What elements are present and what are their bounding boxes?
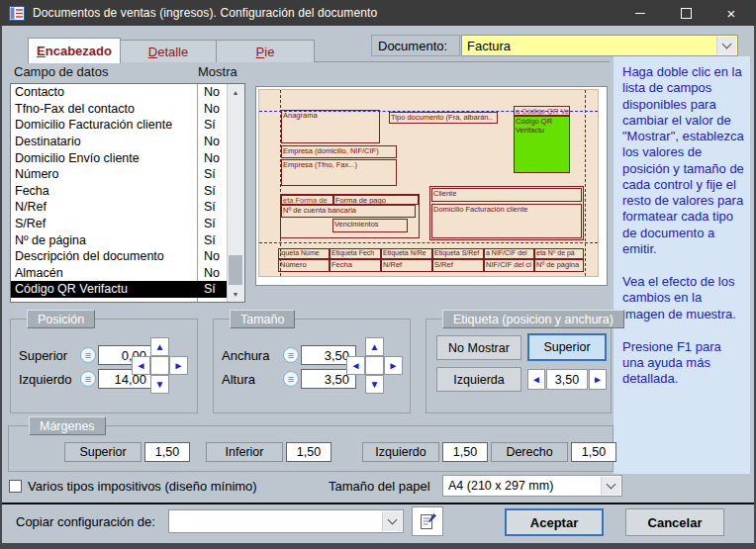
tab-detalle-label: Detalle [148, 45, 188, 59]
preview-etiqueta-cell[interactable]: Etiqueta N/Re [381, 248, 432, 259]
list-item[interactable]: Nº de páginaSí [11, 231, 244, 248]
width-increase-icon[interactable]: ► [589, 369, 607, 390]
column-header-campo: Campo de datos [14, 64, 108, 79]
copiar-configuracion-combobox[interactable] [168, 509, 404, 533]
preview-empresa-tfno[interactable]: Empresa (Tfno, Fax...) [281, 159, 397, 186]
arrow-up-icon[interactable]: ▲ [365, 337, 384, 356]
list-item[interactable]: Domicilio Facturación clienteSí [11, 117, 244, 134]
etiqueta-width-value[interactable]: 3,50 [546, 369, 588, 390]
altura-label: Altura [222, 372, 283, 387]
preview-etiqueta-cell[interactable]: eta Nº de pá [534, 248, 584, 259]
preview-cuenta-bancaria[interactable]: Nº de cuenta bancaria [281, 205, 416, 218]
list-item[interactable]: AlmacénNo [11, 265, 244, 282]
spinner-icon[interactable]: ≡ [80, 371, 96, 387]
arrow-left-icon[interactable]: ◄ [132, 356, 150, 375]
tab-encabezado-label: Encabezado [37, 44, 112, 58]
margen-inferior-value[interactable]: 1,50 [286, 442, 331, 462]
close-button[interactable]: × [709, 0, 754, 26]
spinner-icon[interactable]: ≡ [283, 347, 299, 363]
tamano-group-title: Tamaño [230, 310, 295, 328]
tab-encabezado[interactable]: Encabezado [28, 38, 121, 63]
preview-etiqueta-cell[interactable]: iqueta Núme [278, 248, 330, 259]
spinner-icon[interactable]: ≡ [283, 371, 299, 387]
copiar-dropdown-button[interactable] [382, 511, 402, 531]
list-item[interactable]: ContactoNo [11, 84, 244, 101]
chevron-down-icon [388, 515, 398, 525]
margen-superior-label: Superior [64, 442, 142, 462]
margen-superior-value[interactable]: 1,50 [144, 442, 190, 462]
spinner-icon[interactable]: ≡ [80, 347, 96, 363]
izquierda-button[interactable]: Izquierda [436, 367, 521, 392]
papel-dropdown-button[interactable] [601, 477, 620, 495]
aceptar-button[interactable]: Aceptar [505, 508, 604, 536]
tab-detalle[interactable]: Detalle [119, 40, 218, 62]
documento-label: Documento: [371, 35, 460, 56]
no-mostrar-button[interactable]: No Mostrar [436, 335, 521, 360]
preview-etiqueta-cell[interactable]: Etiqueta Fech [330, 248, 381, 259]
arrow-down-icon[interactable]: ▼ [365, 375, 384, 394]
list-item[interactable]: S/RefSí [11, 216, 244, 232]
preview-campo-cell[interactable]: NIF/CIF del cl [484, 259, 534, 272]
tamano-papel-combobox[interactable]: A4 (210 x 297 mm) [442, 475, 622, 497]
list-item-selected[interactable]: Código QR VerifactuSí [11, 281, 244, 298]
arrow-right-icon[interactable]: ► [169, 356, 188, 375]
width-decrease-icon[interactable]: ◄ [527, 369, 545, 390]
list-item[interactable]: Domicilio Envío clienteNo [11, 149, 244, 166]
preview-campo-cell[interactable]: Fecha [330, 259, 381, 272]
maximize-button[interactable] [663, 0, 709, 26]
tamano-papel-value: A4 (210 x 297 mm) [448, 479, 553, 493]
arrow-down-icon[interactable]: ▼ [150, 375, 169, 394]
margen-izquierdo-value[interactable]: 1,50 [442, 442, 488, 462]
preview-forma-pago-etiqueta[interactable]: eta Forma de [281, 195, 333, 205]
preview-cliente[interactable]: Cliente [431, 188, 582, 202]
etiqueta-group: Etiqueta (posicion y anchura) No Mostrar… [425, 319, 612, 413]
cancelar-button[interactable]: Cancelar [625, 508, 724, 536]
list-item[interactable]: DestinatarioNo [11, 134, 244, 150]
fields-listbox: ContactoNo Tfno-Fax del contactoNo Domic… [10, 83, 245, 303]
column-header-mostrar: Mostra [198, 64, 237, 79]
margin-guide-bottom [259, 242, 598, 243]
list-item[interactable]: Tfno-Fax del contactoNo [11, 101, 244, 118]
preview-campo-cell[interactable]: N/Ref [381, 259, 432, 272]
preview-vencimientos[interactable]: Vencimientos [332, 219, 408, 232]
varios-tipos-checkbox[interactable] [9, 480, 22, 493]
preview-campo-cell[interactable]: S/Ref [432, 259, 484, 272]
list-item[interactable]: FechaSí [11, 183, 244, 200]
copy-config-button[interactable] [412, 506, 443, 536]
preview-forma-pago[interactable]: Forma de pago [333, 195, 419, 205]
list-item[interactable]: N/RefSí [11, 199, 244, 216]
preview-empresa-domicilio[interactable]: Empresa (domicilio, NIF/CIF) [281, 145, 397, 158]
superior-label: Superior [19, 348, 80, 363]
preview-qr-etiqueta[interactable]: a Código QR Ve [514, 106, 570, 116]
list-scrollbar[interactable]: ▲ ▼ [227, 84, 244, 302]
preview-campo-cell[interactable]: Nº de página [534, 259, 584, 272]
preview-etiqueta-cell[interactable]: a NIF/CIF del [484, 248, 534, 259]
scroll-up-icon[interactable]: ▲ [228, 84, 243, 100]
preview-etiqueta-cell[interactable]: Etiqueta S/Ref [432, 248, 484, 259]
preview-qr-verifactu[interactable]: Código QR Verifactu [514, 116, 570, 173]
scroll-down-icon[interactable]: ▼ [228, 286, 243, 302]
scrollbar-thumb[interactable] [229, 255, 242, 285]
documento-combobox[interactable]: Factura [461, 35, 738, 56]
help-paragraph-2: Vea el efecto de los cambios en la image… [622, 274, 744, 322]
list-item[interactable]: NúmeroSí [11, 166, 244, 183]
documento-dropdown-button[interactable] [716, 37, 736, 54]
tab-pie[interactable]: Pie [216, 40, 315, 62]
margen-derecho-label: Derecho [491, 442, 568, 462]
arrow-up-icon[interactable]: ▲ [150, 337, 169, 356]
list-item[interactable]: Descripción del documentoNo [11, 248, 244, 265]
preview-canvas: Anagrama Tipo documento (Fra, albarán.. … [258, 89, 599, 277]
preview-tipo-documento[interactable]: Tipo documento (Fra, albarán.. [389, 112, 498, 124]
arrow-left-icon[interactable]: ◄ [346, 356, 365, 375]
pad-center: ■ [150, 356, 169, 375]
preview-campo-cell[interactable]: Número [278, 259, 330, 272]
preview-domicilio-cliente[interactable]: Domicilio Facturación cliente [431, 204, 582, 238]
superior-button[interactable]: Superior [527, 333, 607, 361]
preview-anagrama[interactable]: Anagrama [281, 110, 380, 143]
posicion-group-title: Posición [27, 310, 95, 328]
margen-derecho-value[interactable]: 1,50 [571, 442, 616, 462]
document-preview: Anagrama Tipo documento (Fra, albarán.. … [255, 86, 608, 286]
arrow-right-icon[interactable]: ► [384, 356, 403, 375]
varios-tipos-label: Varios tipos impositivos (diseño mínimo) [28, 479, 257, 494]
minimize-button[interactable] [617, 0, 663, 26]
